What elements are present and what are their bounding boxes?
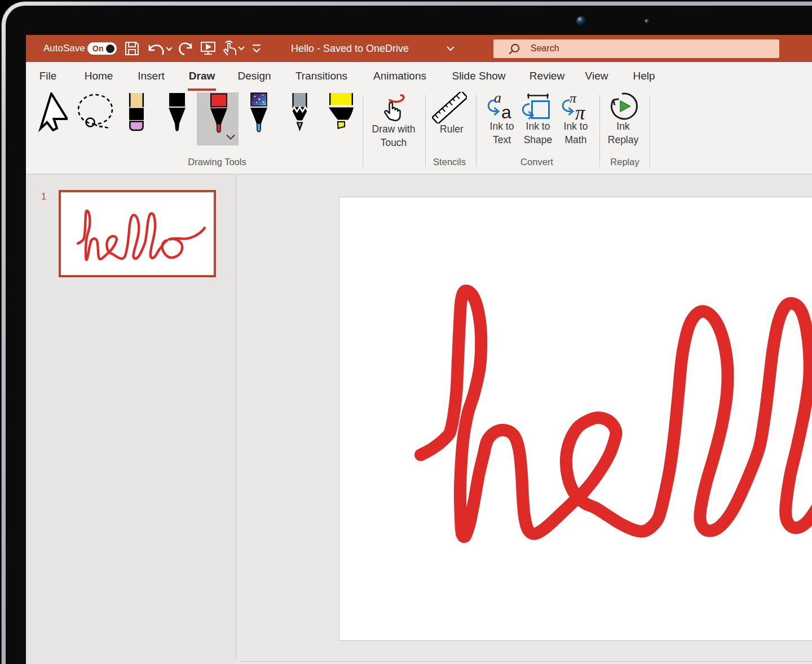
svg-text:a: a — [494, 93, 501, 106]
